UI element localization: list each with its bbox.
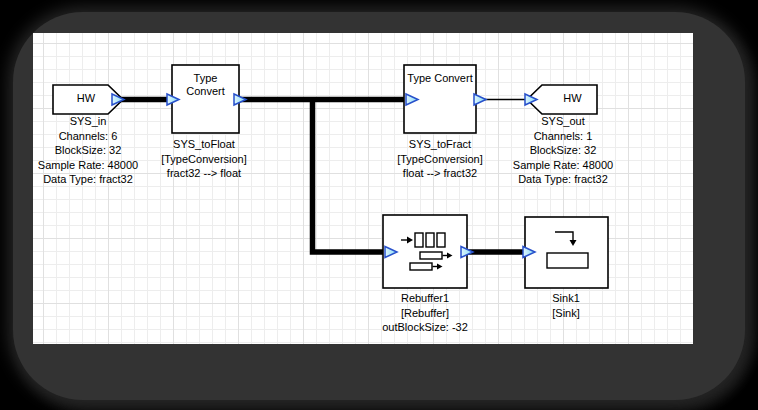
sys-in-name: SYS_in — [33, 114, 173, 129]
label-stack-sys-tofloat: SYS_toFloat [TypeConversion] fract32 -->… — [119, 137, 289, 181]
sys-out-samplerate: Sample Rate: 48000 — [478, 158, 648, 173]
schematic-canvas[interactable]: HW Type Convert Type Convert HW SYS_in C… — [33, 33, 693, 344]
port-out-sys-tofract[interactable] — [474, 94, 486, 105]
sys-out-name: SYS_out — [478, 114, 648, 129]
block-sink1[interactable] — [525, 217, 608, 288]
sys-tofloat-type: [TypeConversion] — [119, 152, 289, 167]
sys-out-blocksize: BlockSize: 32 — [478, 143, 648, 158]
sys-in-title: HW — [57, 92, 115, 105]
rebuffer1-param: outBlockSize: -32 — [340, 320, 510, 335]
sys-tofloat-conversion: fract32 --> float — [119, 166, 289, 181]
sys-tofloat-title: Type Convert — [175, 72, 236, 98]
sys-out-title: HW — [545, 92, 600, 105]
sink1-name: Sink1 — [481, 291, 651, 306]
sys-out-datatype: Data Type: fract32 — [478, 172, 648, 187]
sys-out-channels: Channels: 1 — [478, 129, 648, 144]
sys-tofract-title: Type Convert — [407, 72, 473, 85]
label-stack-sink1: Sink1 [Sink] — [481, 291, 651, 320]
sys-tofloat-name: SYS_toFloat — [119, 137, 289, 152]
sink1-type: [Sink] — [481, 306, 651, 321]
screenshot-root: HW Type Convert Type Convert HW SYS_in C… — [0, 0, 758, 410]
label-stack-sys-out: SYS_out Channels: 1 BlockSize: 32 Sample… — [478, 114, 648, 187]
